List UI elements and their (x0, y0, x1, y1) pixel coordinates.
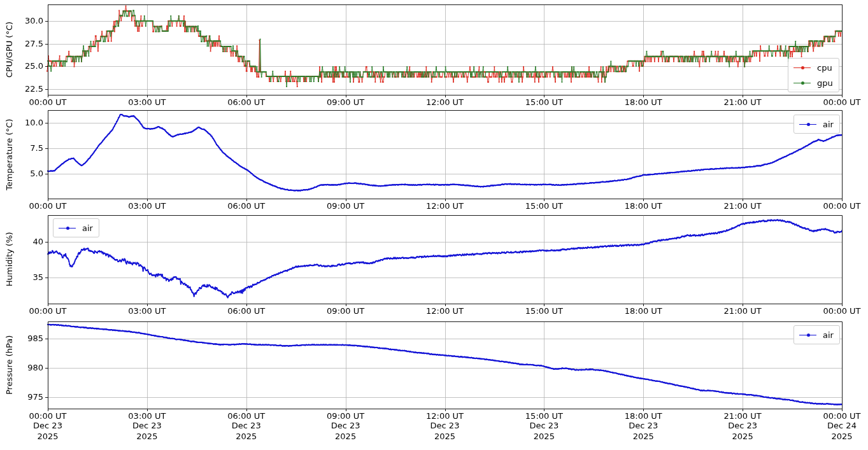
x-tick-label: 09:00 UT (320, 306, 371, 316)
x-tick-label: 21:00 UT (717, 411, 768, 421)
x-tick-label: 03:00 UT (122, 97, 173, 108)
x-tick-label: 09:00 UT (320, 97, 371, 108)
x-tick-label: 00:00 UT (22, 97, 73, 108)
y-tick-label: 35 (15, 272, 43, 283)
ylabel-pressure: Pressure (hPa) (3, 321, 15, 409)
x-tick-label: 12:00 UT (420, 201, 471, 211)
y-tick-label: 40 (15, 237, 43, 247)
x-tick-label: 21:00 UT (717, 97, 768, 108)
x-tick-label: 15:00 UT (518, 306, 569, 316)
x-tick-label: 18:00 UT (618, 306, 669, 316)
legend-label-cpu: cpu (817, 63, 832, 73)
legend-label-gpu: gpu (817, 78, 833, 88)
legend-entry-gpu: gpu (793, 75, 833, 90)
air-line-icon (799, 121, 816, 127)
ylabel-cpu-gpu: CPU/GPU (°C) (3, 4, 15, 95)
x-date-label: Dec 23 (22, 421, 73, 431)
x-date-label: Dec 23 (518, 421, 569, 431)
legend-pressure: air (793, 325, 840, 344)
x-year-label: 2025 (618, 432, 669, 442)
legend-temperature: air (793, 115, 840, 134)
x-tick-label: 12:00 UT (420, 97, 471, 108)
x-date-label: Dec 23 (717, 421, 768, 431)
x-tick-label: 06:00 UT (221, 97, 272, 108)
x-tick-label: 03:00 UT (122, 306, 173, 316)
y-tick-label: 22.5 (15, 84, 43, 94)
x-tick-label: 00:00 UT (816, 201, 867, 211)
x-tick-label: 00:00 UT (22, 201, 73, 211)
x-tick-label: 12:00 UT (420, 411, 471, 421)
x-year-label: 2025 (22, 432, 73, 442)
y-tick-label: 7.5 (15, 143, 43, 153)
y-tick-label: 980 (15, 363, 43, 373)
legend-entry-air-temperature: air (799, 116, 834, 132)
x-tick-label: 09:00 UT (320, 201, 371, 211)
x-tick-label: 09:00 UT (320, 411, 371, 421)
x-year-label: 2025 (816, 432, 867, 442)
legend-label-air: air (82, 223, 93, 233)
x-tick-label: 15:00 UT (518, 97, 569, 108)
x-date-label: Dec 23 (420, 421, 471, 431)
x-tick-label: 03:00 UT (122, 201, 173, 211)
x-year-label: 2025 (221, 432, 272, 442)
x-tick-label: 06:00 UT (221, 306, 272, 316)
x-year-label: 2025 (518, 432, 569, 442)
x-tick-label: 21:00 UT (717, 306, 768, 316)
y-tick-label: 975 (15, 392, 43, 402)
chart-canvas (0, 0, 868, 450)
cpu-line-icon (793, 64, 811, 71)
legend-cpu-gpu: cpu gpu (788, 58, 839, 92)
x-tick-label: 12:00 UT (420, 306, 471, 316)
x-tick-label: 06:00 UT (221, 201, 272, 211)
gpu-line-icon (793, 80, 811, 86)
x-tick-label: 18:00 UT (618, 411, 669, 421)
x-tick-label: 15:00 UT (518, 411, 569, 421)
y-tick-label: 27.5 (15, 39, 43, 49)
legend-entry-air-humidity: air (59, 220, 93, 236)
x-year-label: 2025 (320, 432, 371, 442)
legend-label-air: air (823, 120, 834, 129)
y-tick-label: 30.0 (15, 16, 43, 26)
legend-humidity: air (53, 218, 99, 237)
x-tick-label: 00:00 UT (22, 411, 73, 421)
x-tick-label: 21:00 UT (717, 201, 768, 211)
y-tick-label: 5.0 (15, 169, 43, 179)
x-tick-label: 00:00 UT (816, 97, 867, 108)
x-date-label: Dec 24 (816, 421, 867, 431)
x-year-label: 2025 (420, 432, 471, 442)
x-year-label: 2025 (717, 432, 768, 442)
x-date-label: Dec 23 (122, 421, 173, 431)
x-tick-label: 18:00 UT (618, 201, 669, 211)
x-tick-label: 00:00 UT (816, 306, 867, 316)
x-tick-label: 00:00 UT (22, 306, 73, 316)
ylabel-temperature: Temperature (°C) (3, 110, 15, 199)
x-date-label: Dec 23 (618, 421, 669, 431)
x-tick-label: 06:00 UT (221, 411, 272, 421)
x-date-label: Dec 23 (320, 421, 371, 431)
x-tick-label: 03:00 UT (122, 411, 173, 421)
x-tick-label: 15:00 UT (518, 201, 569, 211)
x-year-label: 2025 (122, 432, 173, 442)
air-line-icon (799, 332, 816, 338)
legend-entry-cpu: cpu (793, 60, 833, 75)
y-tick-label: 10.0 (15, 118, 43, 128)
x-tick-label: 18:00 UT (618, 97, 669, 108)
x-date-label: Dec 23 (221, 421, 272, 431)
figure: CPU/GPU (°C) Temperature (°C) Humidity (… (0, 0, 868, 450)
y-tick-label: 985 (15, 334, 43, 344)
legend-label-air: air (823, 330, 834, 340)
ylabel-humidity: Humidity (%) (3, 215, 15, 304)
x-tick-label: 00:00 UT (816, 411, 867, 421)
air-line-icon (59, 225, 76, 231)
y-tick-label: 25.0 (15, 61, 43, 71)
legend-entry-air-pressure: air (799, 327, 834, 342)
